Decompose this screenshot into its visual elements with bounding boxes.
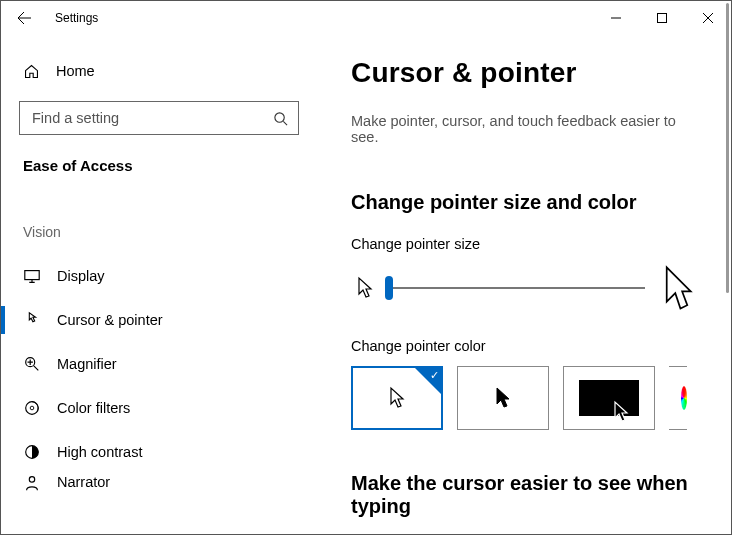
home-link[interactable]: Home bbox=[23, 51, 303, 91]
pointer-color-label: Change pointer color bbox=[351, 338, 695, 354]
svg-point-5 bbox=[30, 406, 34, 410]
svg-rect-2 bbox=[25, 271, 39, 280]
display-icon bbox=[23, 267, 41, 285]
nav-item-narrator[interactable]: Narrator bbox=[1, 474, 303, 504]
home-icon bbox=[23, 63, 40, 80]
section-size-color: Change pointer size and color bbox=[351, 191, 695, 214]
color-option-inverted[interactable] bbox=[563, 366, 655, 430]
nav-item-label: Magnifier bbox=[57, 356, 117, 372]
cursor-pointer-icon bbox=[23, 311, 41, 329]
page-description: Make pointer, cursor, and touch feedback… bbox=[351, 113, 695, 145]
group-vision: Vision bbox=[23, 224, 303, 240]
search-input[interactable] bbox=[19, 101, 299, 135]
back-arrow-icon bbox=[16, 10, 32, 26]
nav-item-display[interactable]: Display bbox=[1, 254, 303, 298]
small-pointer-icon bbox=[355, 274, 375, 302]
color-option-black[interactable] bbox=[457, 366, 549, 430]
color-option-custom[interactable] bbox=[669, 366, 687, 430]
inverted-swatch bbox=[579, 380, 639, 416]
slider-thumb[interactable] bbox=[385, 276, 393, 300]
nav-list: Display Cursor & pointer Magnifier Color… bbox=[1, 254, 303, 504]
search-icon bbox=[273, 111, 288, 126]
window-title: Settings bbox=[55, 11, 98, 25]
nav-item-cursor-pointer[interactable]: Cursor & pointer bbox=[1, 298, 303, 342]
content-panel: Cursor & pointer Make pointer, cursor, a… bbox=[321, 1, 731, 534]
nav-item-label: Color filters bbox=[57, 400, 130, 416]
color-filters-icon bbox=[23, 399, 41, 417]
pointer-size-slider[interactable] bbox=[389, 279, 645, 297]
nav-item-label: Display bbox=[57, 268, 105, 284]
pointer-size-label: Change pointer size bbox=[351, 236, 695, 252]
high-contrast-icon bbox=[23, 443, 41, 461]
settings-window: Settings Home Ease of Access Vision bbox=[0, 0, 732, 535]
pointer-size-slider-row bbox=[355, 264, 695, 312]
page-title: Cursor & pointer bbox=[351, 57, 695, 89]
rainbow-icon bbox=[681, 386, 687, 410]
back-button[interactable] bbox=[1, 1, 47, 35]
section-title: Ease of Access bbox=[23, 157, 303, 174]
svg-point-7 bbox=[29, 477, 34, 482]
home-label: Home bbox=[56, 63, 95, 79]
section-cursor-typing: Make the cursor easier to see when typin… bbox=[351, 472, 695, 518]
nav-item-label: High contrast bbox=[57, 444, 142, 460]
search-field[interactable] bbox=[30, 109, 273, 127]
narrator-icon bbox=[23, 474, 41, 492]
large-pointer-icon bbox=[659, 264, 695, 312]
nav-item-color-filters[interactable]: Color filters bbox=[1, 386, 303, 430]
nav-item-high-contrast[interactable]: High contrast bbox=[1, 430, 303, 474]
nav-item-label: Cursor & pointer bbox=[57, 312, 163, 328]
selected-check-icon bbox=[415, 368, 441, 394]
pointer-color-options bbox=[351, 366, 695, 430]
content-scrollbar[interactable] bbox=[726, 3, 729, 293]
nav-item-magnifier[interactable]: Magnifier bbox=[1, 342, 303, 386]
nav-item-label: Narrator bbox=[57, 474, 110, 490]
left-panel: Home Ease of Access Vision Display Curso… bbox=[1, 1, 321, 534]
magnifier-icon bbox=[23, 355, 41, 373]
color-option-white[interactable] bbox=[351, 366, 443, 430]
svg-point-1 bbox=[275, 112, 284, 121]
